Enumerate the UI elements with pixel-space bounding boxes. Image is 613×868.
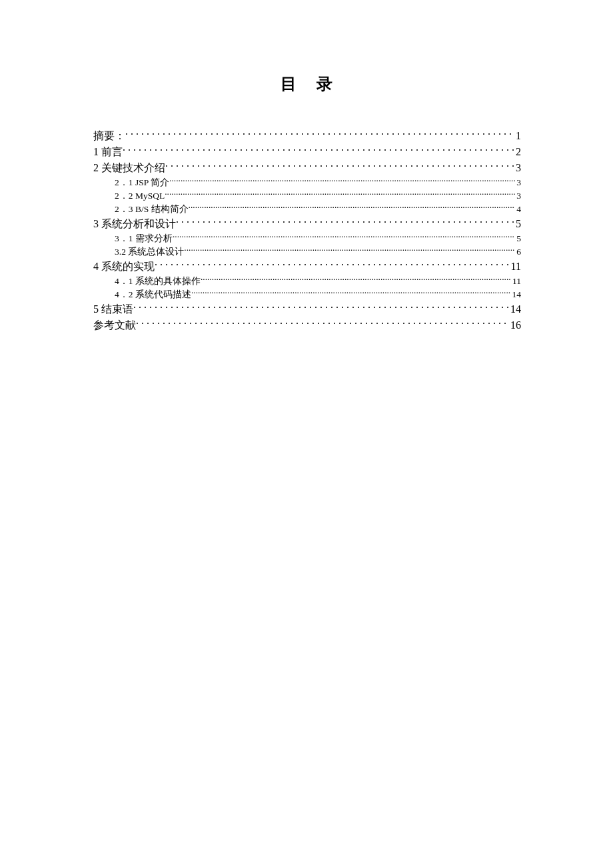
toc-entry-label: 摘要：	[93, 128, 125, 144]
toc-entry: 3 系统分析和设计5	[93, 216, 521, 232]
toc-entry-page: 6	[515, 245, 521, 259]
toc-entry-label: 3 系统分析和设计	[93, 216, 176, 232]
toc-entry: 3．1 需求分析5	[115, 232, 521, 245]
toc-entry-label: 4．2 系统代码描述	[115, 288, 191, 301]
toc-leader	[184, 246, 515, 255]
toc-entry-page: 16	[509, 317, 521, 333]
toc-entry-page: 3	[515, 176, 521, 189]
toc-leader	[189, 203, 516, 213]
toc-leader	[165, 190, 515, 199]
toc-entry-label: 5 结束语	[93, 301, 133, 317]
toc-leader	[173, 233, 515, 242]
toc-entry-label: 4．1 系统的具体操作	[115, 275, 201, 288]
toc-leader	[176, 217, 514, 227]
toc-entry-page: 14	[509, 301, 521, 317]
toc-entry: 4 系统的实现11	[93, 259, 521, 275]
toc-entry-page: 1	[514, 128, 521, 144]
toc-entry: 参考文献16	[93, 317, 521, 333]
toc-entry-label: 参考文献	[93, 317, 136, 333]
toc-leader	[133, 302, 509, 313]
toc-entry-label: 1 前言	[93, 144, 123, 160]
toc-entry: 4．2 系统代码描述14	[115, 288, 521, 301]
toc-entry: 1 前言2	[93, 144, 521, 160]
toc-entry: 2．3 B/S 结构简介4	[115, 203, 521, 216]
toc-entry: 4．1 系统的具体操作11	[115, 275, 521, 288]
toc-leader	[201, 275, 511, 285]
toc-container: 摘要：11 前言22 关键技术介绍32．1 JSP 简介32．2 MySQL32…	[93, 128, 521, 333]
toc-entry-page: 14	[511, 288, 522, 301]
toc-leader	[169, 177, 515, 186]
toc-entry-label: 4 系统的实现	[93, 259, 155, 275]
toc-title: 目录	[0, 73, 613, 95]
toc-entry-label: 2．2 MySQL	[115, 189, 165, 203]
toc-entry-page: 4	[515, 203, 521, 216]
toc-leader	[155, 259, 510, 270]
toc-entry: 2．1 JSP 简介3	[115, 176, 521, 189]
toc-entry-page: 11	[511, 275, 521, 288]
toc-entry-label: 2．1 JSP 简介	[115, 176, 169, 189]
toc-entry-label: 3．1 需求分析	[115, 232, 173, 245]
toc-entry-page: 2	[514, 144, 521, 160]
toc-leader	[165, 161, 514, 171]
toc-entry: 3.2 系统总体设计6	[115, 245, 521, 259]
toc-entry-label: 3.2 系统总体设计	[115, 245, 184, 259]
toc-entry: 摘要：1	[93, 128, 521, 144]
toc-entry-page: 5	[515, 232, 521, 245]
toc-entry-page: 3	[514, 160, 521, 176]
toc-entry-page: 3	[515, 189, 521, 203]
toc-entry-page: 5	[514, 216, 521, 232]
toc-entry: 5 结束语14	[93, 301, 521, 317]
toc-entry: 2 关键技术介绍3	[93, 160, 521, 176]
toc-leader	[191, 289, 511, 298]
toc-leader	[136, 318, 509, 329]
toc-entry-page: 11	[510, 259, 521, 275]
toc-entry-label: 2 关键技术介绍	[93, 160, 165, 176]
toc-entry-label: 2．3 B/S 结构简介	[115, 203, 189, 216]
toc-leader	[125, 129, 514, 139]
toc-leader	[123, 145, 514, 155]
toc-entry: 2．2 MySQL3	[115, 189, 521, 203]
